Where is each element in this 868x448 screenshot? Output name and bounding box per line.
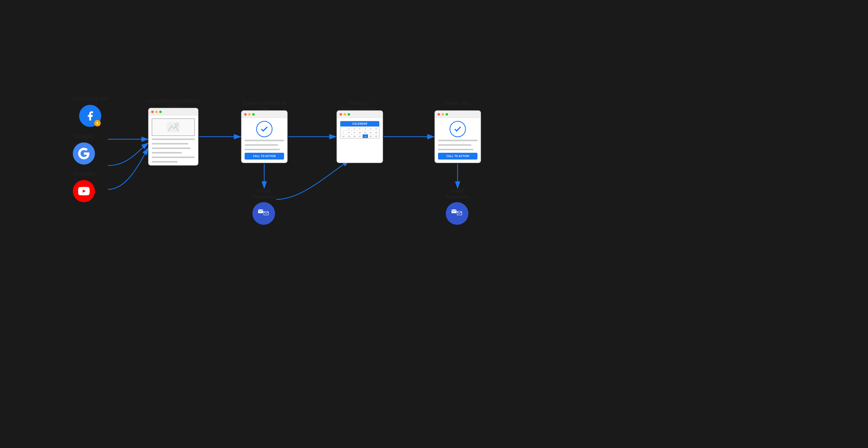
text-line <box>152 157 195 158</box>
cal-cell: 8 <box>346 131 352 134</box>
cal-cell: 5 <box>368 127 373 131</box>
cal-cell: 7 <box>341 131 346 134</box>
dot-red-4 <box>437 113 440 116</box>
diagram-container: Facebook Ad $ Google Youtube <box>0 0 868 448</box>
page3-title: Booking Page/Calender <box>342 100 377 112</box>
cal-cell: 20 <box>373 134 379 138</box>
page2-content: CALL TO ACTION <box>242 118 287 163</box>
checkmark-circle-4 <box>450 121 466 137</box>
email1-label-container: Email Sequence <box>251 188 276 225</box>
youtube-label: Youtube <box>73 171 95 177</box>
text-line <box>438 144 471 146</box>
text-line <box>152 138 195 140</box>
email1-icon <box>252 202 275 225</box>
calendar-grid: 1 2 3 4 5 6 7 8 9 10 11 12 13 14 15 16 1 <box>340 127 379 138</box>
svg-rect-2 <box>167 122 180 132</box>
email2-icon <box>446 202 468 225</box>
google-label: Google <box>73 133 95 139</box>
page4-title: Thank You <box>444 100 470 106</box>
browser-bar-1 <box>149 108 198 115</box>
cal-cell: 19 <box>368 134 373 138</box>
checkmark-circle-2 <box>256 121 273 137</box>
browser-bar-2 <box>242 111 287 118</box>
image-placeholder <box>152 118 195 136</box>
text-line <box>438 140 477 141</box>
dot-green-3 <box>348 113 350 116</box>
calendar-widget: CALENDAR 1 2 3 4 5 6 7 8 9 10 11 12 13 <box>340 121 379 139</box>
arrows-svg <box>0 0 868 448</box>
email1-label: Email Sequence <box>251 188 276 200</box>
dot-green-2 <box>252 113 255 116</box>
cal-cell: 16 <box>352 134 357 138</box>
page4-content: CALL TO ACTION <box>435 118 480 163</box>
cal-cell-highlighted: 18 <box>363 134 368 138</box>
text-line <box>245 144 278 146</box>
source-youtube: Youtube <box>73 171 95 202</box>
page1-browser <box>148 108 198 166</box>
cal-cell <box>341 127 346 131</box>
cal-cell: 11 <box>363 131 368 134</box>
cal-cell: 13 <box>373 131 379 134</box>
dot-red-3 <box>340 113 342 116</box>
text-line <box>245 140 284 141</box>
page4-browser: CALL TO ACTION <box>434 110 481 163</box>
page1-title: Lead Magnet Landing Page <box>148 98 199 109</box>
dot-yellow-2 <box>248 113 251 116</box>
cal-cell: 10 <box>357 131 363 134</box>
google-icon <box>73 142 95 165</box>
page2-browser: CALL TO ACTION <box>241 110 287 163</box>
cta-button-4[interactable]: CALL TO ACTION <box>438 153 477 160</box>
text-line <box>438 149 473 150</box>
cal-cell: 2 <box>352 127 357 131</box>
text-line <box>152 147 191 149</box>
cal-cell: 15 <box>346 134 352 138</box>
dot-yellow-4 <box>441 113 444 116</box>
cal-cell: 14 <box>341 134 346 138</box>
dot-green-4 <box>445 113 448 116</box>
email2-label: Email Sequence <box>444 188 470 200</box>
dollar-badge: $ <box>94 120 101 127</box>
dot-red-2 <box>244 113 247 116</box>
source-facebook: Facebook Ad $ <box>73 95 107 127</box>
page3-content: CALENDAR 1 2 3 4 5 6 7 8 9 10 11 12 13 <box>337 118 382 142</box>
page2-title: Thank You/Book A Call <box>242 100 285 112</box>
text-line <box>152 161 178 163</box>
text-line <box>245 149 280 150</box>
dot-red-1 <box>151 111 154 113</box>
cal-cell: 12 <box>368 131 373 134</box>
text-line <box>152 143 188 144</box>
email2-label-container: Email Sequence <box>444 188 470 225</box>
cta-button-2[interactable]: CALL TO ACTION <box>245 153 284 160</box>
dot-green-1 <box>159 111 162 113</box>
cal-cell: 9 <box>352 131 357 134</box>
page3-browser: CALENDAR 1 2 3 4 5 6 7 8 9 10 11 12 13 <box>337 110 383 163</box>
cal-cell: 3 <box>357 127 363 131</box>
facebook-label: Facebook Ad <box>73 95 107 102</box>
dot-yellow-1 <box>155 111 158 113</box>
page1-content <box>149 115 198 166</box>
cal-cell: 6 <box>373 127 379 131</box>
source-google: Google <box>73 133 95 165</box>
text-line <box>152 152 182 153</box>
dot-yellow-3 <box>344 113 346 116</box>
page4-label: Thank You <box>432 100 482 106</box>
calendar-header: CALENDAR <box>340 121 379 127</box>
cal-cell: 17 <box>357 134 363 138</box>
cal-cell: 4 <box>363 127 368 131</box>
browser-bar-4 <box>435 111 480 118</box>
browser-bar-3 <box>337 111 382 118</box>
cal-cell: 1 <box>346 127 352 131</box>
youtube-icon <box>73 180 95 202</box>
